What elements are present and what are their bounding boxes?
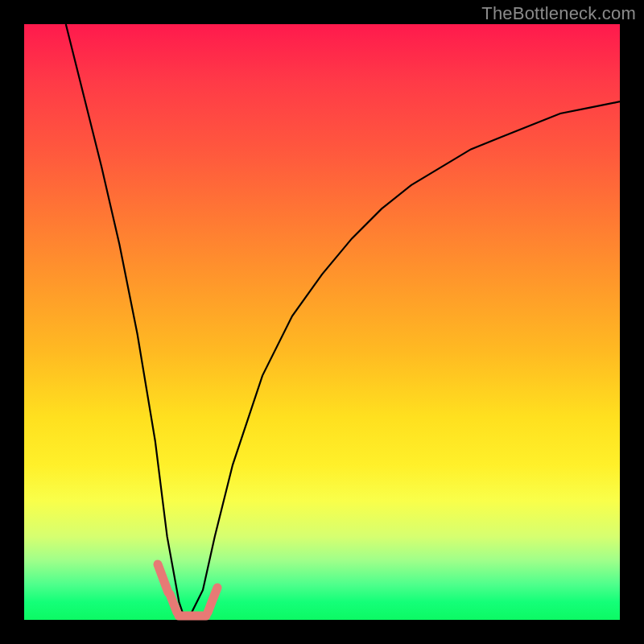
bracket-left: [158, 564, 168, 592]
bracket-left2: [170, 594, 177, 613]
bracket-right: [208, 588, 217, 613]
plot-area: [24, 24, 620, 620]
bottleneck-curve: [66, 24, 620, 620]
chart-svg: [24, 24, 620, 620]
chart-frame: TheBottleneck.com: [0, 0, 644, 644]
optimal-band-bracket: [158, 564, 217, 616]
watermark-text: TheBottleneck.com: [481, 3, 636, 24]
